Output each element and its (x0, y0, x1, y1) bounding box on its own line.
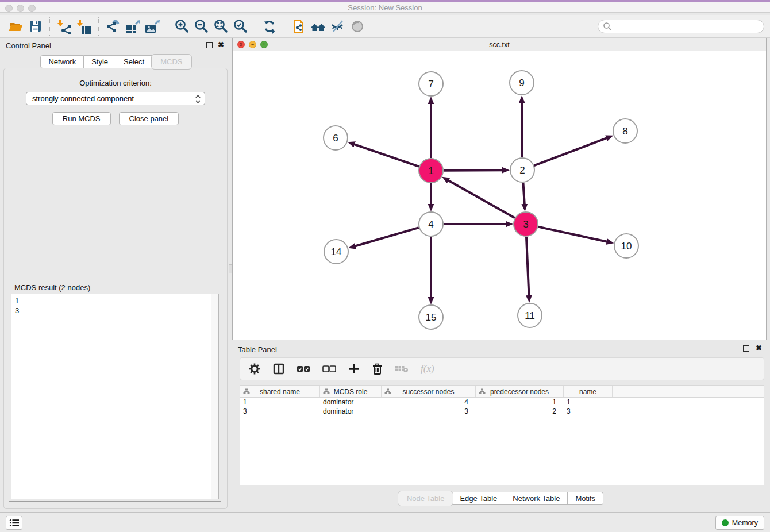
node-4[interactable]: 4 (419, 212, 443, 236)
table-cell[interactable]: 3 (564, 407, 613, 415)
edge-2-3[interactable] (523, 183, 524, 205)
table-row[interactable]: 1dominator411 (240, 398, 764, 407)
control-panel-header: Control Panel ✖ (0, 38, 231, 53)
node-14[interactable]: 14 (324, 240, 348, 264)
node-label: 15 (426, 312, 437, 323)
toolbar-separator (49, 17, 50, 36)
column-header-successor-nodes[interactable]: successor nodes (382, 386, 476, 397)
criterion-dropdown[interactable]: strongly connected component (26, 92, 205, 105)
node-1[interactable]: 1 (419, 159, 443, 183)
node-label: 8 (622, 126, 627, 137)
node-7[interactable]: 7 (419, 72, 443, 96)
hide-selected-eye-icon[interactable] (328, 17, 348, 36)
control-panel-tabs: NetworkStyleSelectMCDS (0, 55, 231, 68)
import-network-icon[interactable] (55, 17, 74, 36)
tab-select[interactable]: Select (116, 55, 152, 68)
column-header-name[interactable]: name (564, 386, 613, 397)
edge-4-14[interactable] (355, 228, 419, 246)
table-panel-tabs: Node TableEdge TableNetwork TableMotifs (232, 492, 770, 505)
column-header-shared-name[interactable]: shared name (240, 386, 320, 397)
close-panel-icon[interactable]: ✖ (218, 41, 224, 49)
edge-1-6[interactable] (354, 144, 419, 167)
export-table-icon[interactable] (123, 17, 143, 36)
search-input[interactable] (612, 21, 764, 32)
node-10[interactable]: 10 (614, 234, 638, 258)
edge-3-10[interactable] (538, 227, 607, 242)
tab-mcds[interactable]: MCDS (151, 54, 191, 70)
node-table[interactable]: shared nameMCDS rolesuccessor nodesprede… (240, 385, 764, 485)
node-9[interactable]: 9 (510, 71, 534, 95)
column-header-MCDS-role[interactable]: MCDS role (320, 386, 382, 397)
table-cell[interactable]: dominator (320, 398, 382, 406)
tab-motifs[interactable]: Motifs (568, 492, 603, 505)
node-3[interactable]: 3 (514, 212, 538, 236)
table-cell[interactable]: 3 (382, 407, 476, 415)
table-cell[interactable]: 2 (476, 407, 564, 415)
table-cell[interactable]: 3 (240, 407, 320, 415)
close-table-panel-icon[interactable]: ✖ (756, 344, 762, 352)
table-cell[interactable]: 4 (382, 398, 476, 406)
delete-column-trash-icon[interactable] (372, 363, 383, 375)
splitter-grip[interactable] (229, 264, 232, 273)
export-image-icon[interactable] (143, 17, 162, 36)
table-cell[interactable]: 1 (564, 398, 613, 406)
tab-edge-table[interactable]: Edge Table (452, 492, 505, 505)
table-row[interactable]: 3dominator323 (240, 407, 764, 416)
show-all-eye-icon-disabled (348, 17, 367, 36)
network-canvas[interactable]: 7968124314101511 (233, 51, 766, 340)
edge-2-9[interactable] (522, 102, 522, 157)
deselect-all-icon[interactable] (322, 364, 336, 373)
node-6[interactable]: 6 (324, 126, 348, 150)
task-history-button[interactable] (6, 516, 22, 530)
memory-button[interactable]: Memory (715, 516, 764, 530)
node-2[interactable]: 2 (510, 158, 534, 182)
table-options-gear-icon[interactable] (248, 363, 261, 375)
toolbar-separator (98, 17, 99, 36)
node-15[interactable]: 15 (419, 305, 443, 329)
save-session-icon[interactable] (25, 17, 45, 36)
import-table-icon[interactable] (74, 17, 94, 36)
edge-3-1[interactable] (448, 180, 515, 218)
table-cell[interactable]: dominator (320, 407, 382, 415)
tab-network-table[interactable]: Network Table (505, 492, 568, 505)
toolbar-separator (284, 17, 284, 36)
open-file-icon[interactable] (6, 17, 25, 36)
zoom-selected-icon[interactable] (230, 17, 250, 36)
zoom-in-icon[interactable] (172, 17, 191, 36)
list-icon (9, 518, 20, 527)
edge-2-8[interactable] (534, 138, 607, 165)
export-network-icon[interactable] (103, 17, 123, 36)
column-header-predecessor-nodes[interactable]: predecessor nodes (476, 386, 564, 397)
first-neighbors-icon[interactable] (309, 17, 328, 36)
mcds-result-group: MCDS result (2 nodes) 1 3 (9, 288, 221, 502)
show-column-panel-icon[interactable] (273, 363, 284, 375)
node-label: 1 (428, 165, 433, 176)
refresh-view-icon[interactable] (260, 17, 279, 36)
network-window-title: scc.txt (233, 41, 766, 49)
run-mcds-button[interactable]: Run MCDS (52, 112, 111, 125)
control-panel: Control Panel ✖ NetworkStyleSelectMCDS O… (0, 38, 231, 512)
node-11[interactable]: 11 (518, 303, 542, 327)
search-field[interactable] (598, 20, 764, 33)
table-cell[interactable]: 1 (476, 398, 564, 406)
column-flow-icon (479, 388, 486, 395)
tab-node-table[interactable]: Node Table (398, 491, 454, 506)
add-column-icon[interactable] (348, 363, 360, 375)
zoom-fit-icon[interactable] (211, 17, 230, 36)
float-table-panel-icon[interactable] (743, 345, 749, 352)
clone-network-icon[interactable] (289, 17, 309, 36)
zoom-out-icon[interactable] (191, 17, 211, 36)
tab-style[interactable]: Style (84, 55, 116, 68)
edge-1-2[interactable] (444, 170, 503, 171)
close-panel-button[interactable]: Close panel (119, 112, 179, 125)
result-scrollbar[interactable] (211, 294, 218, 499)
float-panel-icon[interactable] (206, 42, 213, 48)
mcds-result-title: MCDS result (2 nodes) (12, 283, 93, 292)
edge-3-11[interactable] (526, 237, 529, 296)
select-all-icon[interactable] (297, 364, 310, 373)
mcds-result-textarea[interactable]: 1 3 (11, 294, 219, 499)
node-8[interactable]: 8 (613, 119, 637, 143)
network-window-titlebar[interactable]: x – + scc.txt (233, 38, 766, 51)
tab-network[interactable]: Network (40, 55, 84, 68)
table-cell[interactable]: 1 (240, 398, 320, 406)
